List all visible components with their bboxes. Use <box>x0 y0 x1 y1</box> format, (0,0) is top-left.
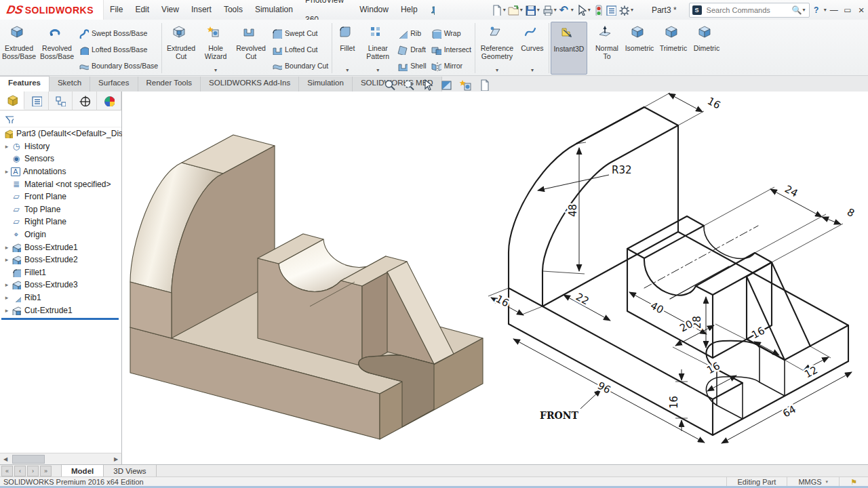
reference-geometry-caret-icon[interactable]: ▾ <box>496 67 498 75</box>
tree-item-boss-extrude1[interactable]: ▸Boss-Extrude1 <box>0 241 121 253</box>
isometric-view-button[interactable]: Isometric <box>623 22 656 75</box>
help-button[interactable]: ? <box>810 3 823 18</box>
tree-item-rib1[interactable]: ▸Rib1 <box>0 291 121 304</box>
boundary-cut-button[interactable]: Boundary Cut <box>269 58 330 74</box>
menu-edit[interactable]: Edit <box>129 0 155 20</box>
linear-pattern-caret-icon[interactable]: ▾ <box>376 67 379 75</box>
tree-root-part[interactable]: Part3 (Default<<Default>_Dis <box>0 127 121 140</box>
tree-item-boss-extrude3[interactable]: ▸Boss-Extrude3 <box>0 279 121 291</box>
instant3d-button[interactable]: Instant3D <box>551 22 587 75</box>
search-dropdown-caret-icon[interactable]: ▾ <box>803 7 806 13</box>
tab-solidworks-addins[interactable]: SOLIDWORKS Add-Ins <box>201 77 299 92</box>
lofted-cut-button[interactable]: Lofted Cut <box>269 41 330 58</box>
extruded-boss-base-button[interactable]: Extruded Boss/Base <box>0 22 38 75</box>
new-document-button[interactable] <box>490 3 502 18</box>
view-orientation-icon[interactable] <box>419 77 435 92</box>
open-dropdown-caret-icon[interactable]: ▾ <box>520 7 523 13</box>
options-dropdown-caret-icon[interactable]: ▾ <box>631 7 633 13</box>
scrollbar-thumb[interactable] <box>12 455 45 464</box>
scroll-right-icon[interactable]: ▶ <box>111 454 121 464</box>
search-magnifier-icon[interactable]: 🔍 <box>792 5 802 15</box>
tab-scroll-prev-icon[interactable]: ‹ <box>14 466 26 476</box>
tree-item-annotations[interactable]: ▸AAnnotations <box>0 165 121 178</box>
menu-insert[interactable]: Insert <box>185 0 218 20</box>
normal-to-button[interactable]: Normal To <box>591 22 623 75</box>
graphics-viewport[interactable]: 16 24 8 R32 48 40 28 22 16 20 12 16 16 1… <box>122 92 868 464</box>
hole-wizard-caret-icon[interactable]: ▾ <box>214 67 217 75</box>
options-button[interactable] <box>618 3 629 18</box>
expand-arrow-icon[interactable]: ▸ <box>3 244 11 251</box>
tree-item-front-plane[interactable]: ▱Front Plane <box>0 190 121 203</box>
units-selector[interactable]: MMGS▾ <box>787 477 839 487</box>
tab-render-tools[interactable]: Render Tools <box>138 77 201 92</box>
help-dropdown-caret-icon[interactable]: ▾ <box>824 7 827 13</box>
select-dropdown-caret-icon[interactable]: ▾ <box>588 7 591 13</box>
new-dropdown-caret-icon[interactable]: ▾ <box>503 7 506 13</box>
expand-arrow-icon[interactable]: ▸ <box>3 281 11 288</box>
intersect-button[interactable]: Intersect <box>429 41 473 58</box>
undo-button[interactable]: ↶ <box>558 3 570 18</box>
print-dropdown-caret-icon[interactable]: ▾ <box>554 7 557 13</box>
trimetric-view-button[interactable]: Trimetric <box>656 22 690 75</box>
fillet-caret-icon[interactable]: ▾ <box>346 67 349 75</box>
lofted-boss-base-button[interactable]: Lofted Boss/Base <box>76 41 160 58</box>
tree-item-sensors[interactable]: ◉Sensors <box>0 152 121 165</box>
linear-pattern-button[interactable]: Linear Pattern ▾ <box>361 22 395 75</box>
menu-tools[interactable]: Tools <box>218 0 249 20</box>
dimxpert-manager-tab[interactable] <box>73 92 97 110</box>
rebuild-button[interactable] <box>592 3 604 18</box>
mirror-button[interactable]: Mirror <box>429 58 473 74</box>
tree-item-origin[interactable]: ⌖Origin <box>0 228 121 241</box>
expand-arrow-icon[interactable]: ▸ <box>3 307 11 314</box>
rollback-bar[interactable] <box>1 318 119 320</box>
pin-menu-icon[interactable] <box>428 5 435 15</box>
panel-horizontal-scrollbar[interactable]: ◀ ▶ <box>0 453 122 465</box>
expand-arrow-icon[interactable]: ▸ <box>3 256 11 263</box>
tree-item-right-plane[interactable]: ▱Right Plane <box>0 216 121 228</box>
print-button[interactable] <box>541 3 553 18</box>
curves-button[interactable]: Curves ▾ <box>517 22 547 75</box>
fillet-button[interactable]: Fillet ▾ <box>334 22 361 75</box>
undo-dropdown-caret-icon[interactable]: ▾ <box>571 7 574 13</box>
tree-item-top-plane[interactable]: ▱Top Plane <box>0 203 121 216</box>
tags-icon[interactable]: ⚑ <box>839 477 868 487</box>
tree-item-cut-extrude1[interactable]: ▸Cut-Extrude1 <box>0 304 121 317</box>
expand-arrow-icon[interactable]: ▸ <box>3 294 11 301</box>
restore-button[interactable]: ▭ <box>841 3 854 18</box>
tab-scroll-first-icon[interactable]: « <box>1 466 13 476</box>
wrap-button[interactable]: Wrap <box>429 25 473 41</box>
tab-scroll-next-icon[interactable]: › <box>27 466 39 476</box>
tree-item-history[interactable]: ▸◷History <box>0 140 121 153</box>
shaded-model[interactable] <box>130 135 483 439</box>
shell-button[interactable]: Shell <box>395 58 428 74</box>
property-manager-tab[interactable] <box>24 92 49 110</box>
menu-window[interactable]: Window <box>353 0 395 20</box>
featuremanager-tree-tab[interactable] <box>0 92 24 110</box>
tree-filter-row[interactable] <box>0 110 121 127</box>
tab-sketch[interactable]: Sketch <box>50 77 90 92</box>
expand-arrow-icon[interactable]: ▸ <box>3 168 11 175</box>
tree-item-material[interactable]: ≣Material <not specified> <box>0 178 121 190</box>
dimetric-view-button[interactable]: Dimetric <box>690 22 723 75</box>
tab-surfaces[interactable]: Surfaces <box>90 77 138 92</box>
boundary-boss-base-button[interactable]: Boundary Boss/Base <box>76 58 160 74</box>
swept-cut-button[interactable]: Swept Cut <box>269 25 330 41</box>
menu-view[interactable]: View <box>155 0 185 20</box>
revolved-boss-base-button[interactable]: Revolved Boss/Base <box>38 22 76 75</box>
section-view-icon[interactable] <box>438 77 454 92</box>
tab-scroll-last-icon[interactable]: » <box>40 466 52 476</box>
tab-simulation[interactable]: Simulation <box>299 77 353 92</box>
menu-simulation[interactable]: Simulation <box>249 0 299 20</box>
hole-wizard-button[interactable]: Hole Wizard ▾ <box>199 22 233 75</box>
expand-arrow-icon[interactable]: ▸ <box>3 143 11 150</box>
revolved-cut-button[interactable]: Revolved Cut <box>233 22 269 75</box>
close-button[interactable]: × <box>854 3 868 18</box>
model-tab[interactable]: Model <box>61 465 104 477</box>
open-button[interactable] <box>507 3 519 18</box>
curves-caret-icon[interactable]: ▾ <box>531 67 534 75</box>
extruded-cut-button[interactable]: Extruded Cut <box>163 22 199 75</box>
display-settings-icon[interactable] <box>476 77 492 92</box>
display-manager-tab[interactable] <box>97 92 121 110</box>
reference-geometry-button[interactable]: Reference Geometry ▾ <box>477 22 517 75</box>
tree-item-fillet1[interactable]: Fillet1 <box>0 266 121 279</box>
